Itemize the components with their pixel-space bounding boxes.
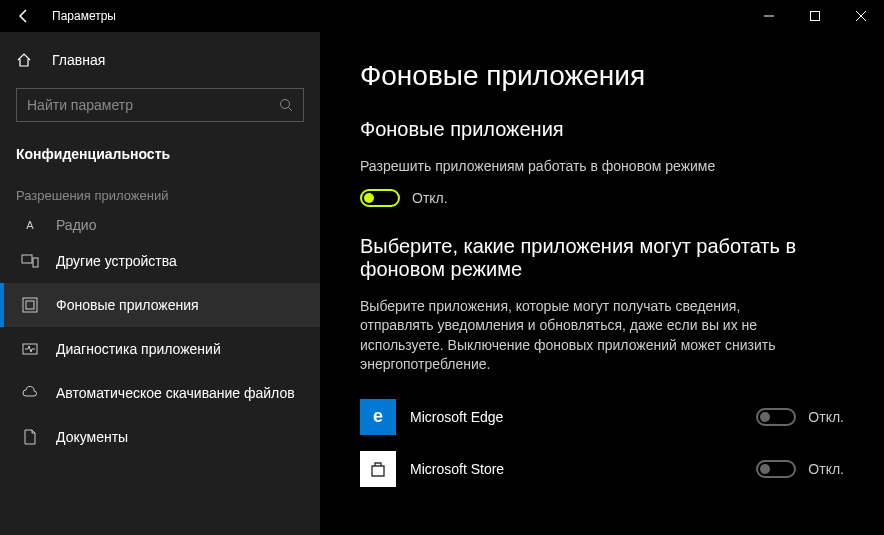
app-toggle-state: Откл. <box>808 461 844 477</box>
sidebar-item-label: Радио <box>56 217 96 233</box>
cloud-icon <box>20 383 40 403</box>
sidebar-item-label: Диагностика приложений <box>56 341 221 357</box>
svg-rect-1 <box>811 12 820 21</box>
sidebar: Главная Конфиденциальность Разрешения пр… <box>0 32 320 535</box>
sidebar-item-label: Фоновые приложения <box>56 297 199 313</box>
radio-icon: A <box>20 215 40 235</box>
svg-point-2 <box>281 100 290 109</box>
home-icon <box>16 52 36 68</box>
devices-icon <box>20 251 40 271</box>
app-toggle[interactable] <box>756 408 796 426</box>
search-icon <box>279 98 293 112</box>
title-bar: Параметры <box>0 0 884 32</box>
home-label: Главная <box>52 52 105 68</box>
app-name: Microsoft Edge <box>410 409 756 425</box>
svg-rect-6 <box>23 298 37 312</box>
sidebar-item-label: Документы <box>56 429 128 445</box>
sidebar-item-radio[interactable]: A Радио <box>0 211 320 239</box>
sidebar-item-documents[interactable]: Документы <box>0 415 320 459</box>
background-apps-icon <box>20 295 40 315</box>
minimize-button[interactable] <box>746 0 792 32</box>
search-input[interactable] <box>27 97 279 113</box>
svg-rect-5 <box>33 258 38 267</box>
maximize-button[interactable] <box>792 0 838 32</box>
diagnostics-icon <box>20 339 40 359</box>
app-list: e Microsoft Edge Откл. Microsoft Store О… <box>360 391 844 495</box>
section-description: Выберите приложения, которые могут получ… <box>360 297 780 375</box>
master-toggle-state: Откл. <box>412 190 448 206</box>
section-description: Разрешить приложениям работать в фоновом… <box>360 157 780 177</box>
svg-rect-7 <box>26 301 34 309</box>
sidebar-item-background-apps[interactable]: Фоновые приложения <box>0 283 320 327</box>
edge-icon: e <box>360 399 396 435</box>
main-content: Фоновые приложения Фоновые приложения Ра… <box>320 32 884 535</box>
back-button[interactable] <box>0 9 48 23</box>
store-icon <box>360 451 396 487</box>
svg-line-3 <box>289 108 293 112</box>
window-title: Параметры <box>52 9 116 23</box>
app-row-edge: e Microsoft Edge Откл. <box>360 391 844 443</box>
app-name: Microsoft Store <box>410 461 756 477</box>
close-button[interactable] <box>838 0 884 32</box>
search-box[interactable] <box>16 88 304 122</box>
sidebar-item-label: Другие устройства <box>56 253 177 269</box>
master-toggle[interactable] <box>360 189 400 207</box>
sidebar-item-label: Автоматическое скачивание файлов <box>56 385 295 401</box>
section-heading: Фоновые приложения <box>360 118 844 141</box>
documents-icon <box>20 427 40 447</box>
sidebar-item-auto-download[interactable]: Автоматическое скачивание файлов <box>0 371 320 415</box>
sidebar-item-diagnostics[interactable]: Диагностика приложений <box>0 327 320 371</box>
home-nav[interactable]: Главная <box>0 42 320 78</box>
app-row-store: Microsoft Store Откл. <box>360 443 844 495</box>
app-toggle[interactable] <box>756 460 796 478</box>
section-title: Конфиденциальность <box>0 138 320 170</box>
sidebar-subhead: Разрешения приложений <box>0 170 320 211</box>
sidebar-item-other-devices[interactable]: Другие устройства <box>0 239 320 283</box>
master-toggle-row: Откл. <box>360 189 844 207</box>
section-heading: Выберите, какие приложения могут работат… <box>360 235 820 281</box>
page-title: Фоновые приложения <box>360 60 844 92</box>
app-toggle-state: Откл. <box>808 409 844 425</box>
svg-rect-4 <box>22 255 32 263</box>
nav-list: A Радио Другие устройства Фоновые прилож… <box>0 211 320 459</box>
